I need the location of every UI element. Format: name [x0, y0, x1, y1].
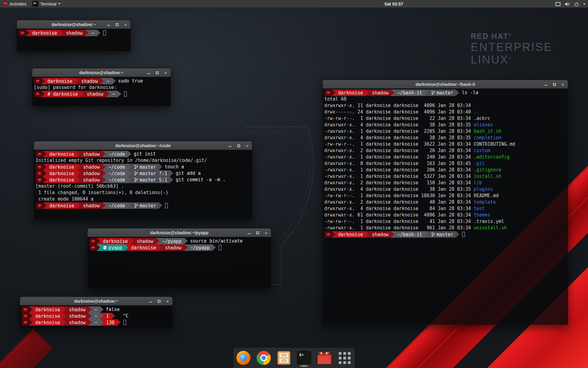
- prompt-segment: shadow: [80, 164, 102, 170]
- prompt-segment: darknoise: [335, 90, 366, 96]
- prompt-segment-label: ~: [94, 307, 97, 312]
- ls-row-filename: plugins: [474, 186, 493, 193]
- python-icon: [103, 246, 107, 250]
- terminal-output: Initialized empty Git repository in /hom…: [36, 157, 207, 164]
- terminal-output: total 68: [324, 96, 346, 102]
- terminal-content[interactable]: darknoiseshadow~sudo true[sudo] password…: [32, 77, 171, 106]
- powerline-arrow-icon: [100, 78, 104, 84]
- redhat-icon: [326, 232, 330, 237]
- terminal-line: drwxrwxr-x. 2 darknoise darknoise 40 Jan…: [324, 199, 568, 205]
- window-buttons: ×: [146, 68, 168, 77]
- prompt-segment: [324, 90, 332, 96]
- command-text: touch a: [165, 164, 184, 170]
- ls-row-meta: drwxrwxr-x. 11 darknoise darknoise 4096 …: [324, 102, 474, 109]
- prompt-segment: [89, 238, 97, 244]
- dock-item-firefox[interactable]: [236, 351, 251, 365]
- close-button[interactable]: ×: [163, 70, 168, 75]
- powerline-arrow-icon: [425, 231, 428, 238]
- terminal-line: -rwxrwxr-x. 1 darknoise darknoise 961 Ja…: [324, 225, 568, 231]
- window-titlebar[interactable]: darknoise@shadow:~/bash-it×: [323, 80, 568, 89]
- minimize-button[interactable]: [146, 70, 151, 75]
- minimize-button[interactable]: [148, 299, 153, 304]
- terminal-content[interactable]: darknoiseshadow~/codegit initInitialized…: [34, 150, 252, 219]
- minimize-button[interactable]: [228, 143, 232, 148]
- minimize-button[interactable]: [543, 82, 548, 87]
- window-titlebar[interactable]: darknoise@shadow:~×: [32, 68, 171, 77]
- terminal-content[interactable]: darknoiseshadow~/pyappsource bin/activat…: [88, 237, 271, 289]
- activities-button[interactable]: Activities: [0, 0, 29, 8]
- maximize-button[interactable]: [236, 143, 241, 148]
- window-titlebar[interactable]: darknoise@shadow:~×: [20, 297, 172, 305]
- close-button[interactable]: ×: [264, 230, 269, 235]
- prompt-segment-label: master S:1: [140, 177, 167, 183]
- terminal-window: darknoise@shadow:~×darknoiseshadow~: [17, 20, 131, 52]
- minimize-button[interactable]: [106, 22, 111, 27]
- ls-row-filename: uninstall.sh: [474, 225, 507, 231]
- maximize-button[interactable]: [156, 299, 161, 304]
- window-titlebar[interactable]: darknoise@shadow:~/code×: [34, 141, 252, 150]
- prompt-segment-label: darknoise: [338, 90, 363, 96]
- prompt-segment: [18, 30, 26, 36]
- prompt-segment: master: [428, 231, 456, 238]
- dock-item-files[interactable]: [277, 351, 291, 365]
- powerline-arrow-icon: [97, 238, 100, 244]
- prompt-segment: [36, 202, 43, 209]
- terminal-line: -rw-rw-r--. 1 darknoise darknoise 3622 J…: [324, 141, 568, 148]
- prompt-segment: ~/bash-it: [394, 90, 425, 96]
- clock[interactable]: Sat 03:57: [384, 0, 403, 8]
- maximize-button[interactable]: [155, 70, 160, 75]
- powerline-arrow-icon: [77, 177, 80, 183]
- prompt-segment-label: darknoise: [35, 313, 60, 319]
- redhat-icon: [37, 178, 42, 182]
- terminal-line: darknoiseshadow~130: [21, 319, 172, 326]
- powerline-arrow-icon: [63, 319, 66, 326]
- terminal-output: [sudo] password for darknoise:: [34, 84, 117, 91]
- close-button[interactable]: ×: [123, 22, 128, 27]
- powerline-arrow-icon: [366, 90, 369, 96]
- powerline-arrow-icon: [77, 164, 80, 170]
- dock-item-terminal[interactable]: $>: [297, 351, 311, 365]
- terminal-line: darknoiseshadow~/bash-itmaster: [324, 231, 568, 238]
- prompt-segment: [34, 78, 41, 84]
- powerline-arrow-icon: [43, 170, 47, 177]
- prompt-segment-label: pyapp: [108, 245, 122, 251]
- terminal-content[interactable]: darknoiseshadow~/bash-itmasterls -latota…: [323, 89, 568, 324]
- terminal-content[interactable]: darknoiseshadow~: [17, 29, 130, 51]
- powerline-arrow-icon: [102, 177, 106, 183]
- power-icon: [574, 2, 579, 6]
- toolbox-icon: [317, 351, 331, 365]
- ls-row-filename: install.sh: [474, 173, 501, 180]
- maximize-button[interactable]: [552, 82, 557, 87]
- terminal-line: drwxrwxr-x. 2 darknoise darknoise 150 Ja…: [324, 180, 568, 186]
- maximize-button[interactable]: [115, 22, 119, 27]
- ls-row-filename: lib: [474, 180, 482, 186]
- terminal-line: drwxrwxr-x. 11 darknoise darknoise 4096 …: [324, 102, 568, 109]
- window-titlebar[interactable]: darknoise@shadow:~×: [17, 20, 130, 29]
- terminal-content[interactable]: darknoiseshadow~falsedarknoiseshadow~1 ^…: [20, 305, 172, 328]
- prompt-segment-label: shadow: [66, 30, 82, 36]
- maximize-button[interactable]: [255, 230, 260, 235]
- prompt-segment: ~: [92, 313, 100, 319]
- powerline-arrow-icon: [88, 319, 92, 326]
- window-titlebar[interactable]: darknoise@shadow:~/pyapp×: [88, 228, 271, 237]
- dock-item-app-grid[interactable]: [337, 351, 352, 365]
- dock-item-toolbox[interactable]: [317, 351, 332, 365]
- prompt-segment: darknoise: [47, 202, 77, 209]
- powerline-arrow-icon: [106, 91, 110, 97]
- minimize-button[interactable]: [247, 230, 251, 235]
- powerline-arrow-icon: [332, 90, 335, 96]
- close-button[interactable]: ×: [245, 143, 250, 148]
- close-button[interactable]: ×: [560, 82, 565, 87]
- terminal-line: -rw-rw-r--. 1 darknoise darknoise 22 Jan…: [324, 115, 568, 122]
- powerline-arrow-icon: [88, 306, 92, 313]
- ls-row-filename: custom: [474, 148, 490, 154]
- system-status-area[interactable]: [556, 0, 586, 8]
- terminal-line: drwxrwxr-x. 8 darknoise darknoise 163 Ja…: [324, 160, 568, 167]
- dock-item-chrome[interactable]: [256, 351, 271, 365]
- powerline-arrow-icon: [77, 151, 80, 157]
- close-button[interactable]: ×: [165, 299, 170, 304]
- app-menu-terminal[interactable]: $> Terminal: [29, 0, 64, 8]
- prompt-segment: ~/bash-it: [394, 231, 425, 238]
- terminal-line: drwxrwxr-x. 4 darknoise darknoise 84 Jan…: [324, 205, 568, 212]
- prompt-segment: shadow: [66, 313, 88, 319]
